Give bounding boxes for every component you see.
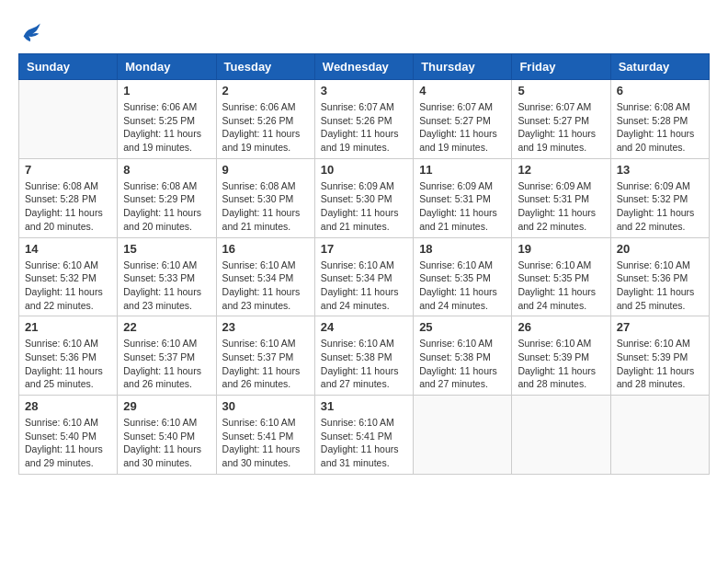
day-info: Sunrise: 6:10 AMSunset: 5:36 PMDaylight:… <box>617 259 703 313</box>
calendar-cell: 28Sunrise: 6:10 AMSunset: 5:40 PMDayligh… <box>19 396 118 475</box>
day-number: 26 <box>518 320 604 334</box>
col-header-tuesday: Tuesday <box>216 54 314 80</box>
day-number: 4 <box>419 84 506 98</box>
calendar-cell: 26Sunrise: 6:10 AMSunset: 5:39 PMDayligh… <box>512 316 610 396</box>
calendar-cell: 4Sunrise: 6:07 AMSunset: 5:27 PMDaylight… <box>414 80 512 159</box>
calendar-cell: 14Sunrise: 6:10 AMSunset: 5:32 PMDayligh… <box>19 237 118 316</box>
day-info: Sunrise: 6:09 AMSunset: 5:31 PMDaylight:… <box>419 179 506 234</box>
calendar-cell: 11Sunrise: 6:09 AMSunset: 5:31 PMDayligh… <box>414 158 512 237</box>
calendar-cell: 18Sunrise: 6:10 AMSunset: 5:35 PMDayligh… <box>414 237 512 316</box>
col-header-wednesday: Wednesday <box>314 54 413 80</box>
day-number: 7 <box>25 163 111 177</box>
day-number: 19 <box>518 242 604 256</box>
day-info: Sunrise: 6:10 AMSunset: 5:34 PMDaylight:… <box>321 259 407 313</box>
calendar-cell: 23Sunrise: 6:10 AMSunset: 5:37 PMDayligh… <box>216 316 314 396</box>
calendar-cell <box>610 396 709 475</box>
day-info: Sunrise: 6:10 AMSunset: 5:38 PMDaylight:… <box>419 337 506 391</box>
day-info: Sunrise: 6:08 AMSunset: 5:30 PMDaylight:… <box>222 179 309 234</box>
calendar-cell: 19Sunrise: 6:10 AMSunset: 5:35 PMDayligh… <box>512 237 610 316</box>
day-info: Sunrise: 6:09 AMSunset: 5:30 PMDaylight:… <box>321 179 407 234</box>
calendar-cell: 22Sunrise: 6:10 AMSunset: 5:37 PMDayligh… <box>118 316 216 396</box>
calendar-cell: 10Sunrise: 6:09 AMSunset: 5:30 PMDayligh… <box>314 158 413 237</box>
calendar-cell: 27Sunrise: 6:10 AMSunset: 5:39 PMDayligh… <box>610 316 709 396</box>
day-number: 24 <box>321 320 407 334</box>
day-info: Sunrise: 6:10 AMSunset: 5:40 PMDaylight:… <box>25 416 111 470</box>
day-number: 14 <box>25 242 111 256</box>
day-info: Sunrise: 6:08 AMSunset: 5:28 PMDaylight:… <box>617 100 703 155</box>
page-header <box>18 18 710 44</box>
day-number: 9 <box>222 163 309 177</box>
day-info: Sunrise: 6:10 AMSunset: 5:36 PMDaylight:… <box>25 337 111 391</box>
day-info: Sunrise: 6:10 AMSunset: 5:37 PMDaylight:… <box>222 337 309 391</box>
day-number: 21 <box>25 320 111 334</box>
col-header-thursday: Thursday <box>414 54 512 80</box>
calendar-cell: 12Sunrise: 6:09 AMSunset: 5:31 PMDayligh… <box>512 158 610 237</box>
day-number: 20 <box>617 242 703 256</box>
day-info: Sunrise: 6:06 AMSunset: 5:26 PMDaylight:… <box>222 100 309 155</box>
calendar-cell: 17Sunrise: 6:10 AMSunset: 5:34 PMDayligh… <box>314 237 413 316</box>
day-number: 25 <box>419 320 506 334</box>
calendar-week-row: 7Sunrise: 6:08 AMSunset: 5:28 PMDaylight… <box>19 158 710 237</box>
col-header-friday: Friday <box>512 54 610 80</box>
calendar-cell: 20Sunrise: 6:10 AMSunset: 5:36 PMDayligh… <box>610 237 709 316</box>
calendar-cell: 3Sunrise: 6:07 AMSunset: 5:26 PMDaylight… <box>314 80 413 159</box>
logo <box>18 18 48 44</box>
calendar-cell: 24Sunrise: 6:10 AMSunset: 5:38 PMDayligh… <box>314 316 413 396</box>
calendar-cell: 6Sunrise: 6:08 AMSunset: 5:28 PMDaylight… <box>610 80 709 159</box>
calendar-cell: 30Sunrise: 6:10 AMSunset: 5:41 PMDayligh… <box>216 396 314 475</box>
calendar-cell: 5Sunrise: 6:07 AMSunset: 5:27 PMDaylight… <box>512 80 610 159</box>
day-info: Sunrise: 6:10 AMSunset: 5:33 PMDaylight:… <box>123 259 210 313</box>
logo-icon <box>18 18 44 44</box>
day-number: 31 <box>321 399 407 413</box>
calendar-header-row: SundayMondayTuesdayWednesdayThursdayFrid… <box>19 54 710 80</box>
day-info: Sunrise: 6:10 AMSunset: 5:35 PMDaylight:… <box>419 259 506 313</box>
calendar-cell: 15Sunrise: 6:10 AMSunset: 5:33 PMDayligh… <box>118 237 216 316</box>
day-info: Sunrise: 6:10 AMSunset: 5:39 PMDaylight:… <box>518 337 604 391</box>
calendar-week-row: 14Sunrise: 6:10 AMSunset: 5:32 PMDayligh… <box>19 237 710 316</box>
day-number: 15 <box>123 242 210 256</box>
day-info: Sunrise: 6:10 AMSunset: 5:41 PMDaylight:… <box>222 416 309 470</box>
day-info: Sunrise: 6:08 AMSunset: 5:28 PMDaylight:… <box>25 179 111 234</box>
calendar-cell: 29Sunrise: 6:10 AMSunset: 5:40 PMDayligh… <box>118 396 216 475</box>
calendar-cell: 8Sunrise: 6:08 AMSunset: 5:29 PMDaylight… <box>118 158 216 237</box>
day-info: Sunrise: 6:10 AMSunset: 5:40 PMDaylight:… <box>123 416 210 470</box>
day-number: 16 <box>222 242 309 256</box>
calendar-cell: 2Sunrise: 6:06 AMSunset: 5:26 PMDaylight… <box>216 80 314 159</box>
col-header-sunday: Sunday <box>19 54 118 80</box>
calendar-cell: 31Sunrise: 6:10 AMSunset: 5:41 PMDayligh… <box>314 396 413 475</box>
day-number: 22 <box>123 320 210 334</box>
calendar-table: SundayMondayTuesdayWednesdayThursdayFrid… <box>18 53 710 475</box>
calendar-cell: 9Sunrise: 6:08 AMSunset: 5:30 PMDaylight… <box>216 158 314 237</box>
day-number: 13 <box>617 163 703 177</box>
day-info: Sunrise: 6:06 AMSunset: 5:25 PMDaylight:… <box>123 100 210 155</box>
calendar-cell <box>19 80 118 159</box>
day-number: 6 <box>617 84 703 98</box>
day-info: Sunrise: 6:10 AMSunset: 5:39 PMDaylight:… <box>617 337 703 391</box>
day-info: Sunrise: 6:07 AMSunset: 5:27 PMDaylight:… <box>518 100 604 155</box>
calendar-cell <box>512 396 610 475</box>
day-info: Sunrise: 6:09 AMSunset: 5:32 PMDaylight:… <box>617 179 703 234</box>
day-number: 27 <box>617 320 703 334</box>
day-info: Sunrise: 6:10 AMSunset: 5:32 PMDaylight:… <box>25 259 111 313</box>
day-info: Sunrise: 6:10 AMSunset: 5:37 PMDaylight:… <box>123 337 210 391</box>
day-number: 17 <box>321 242 407 256</box>
day-number: 2 <box>222 84 309 98</box>
day-number: 10 <box>321 163 407 177</box>
calendar-cell: 16Sunrise: 6:10 AMSunset: 5:34 PMDayligh… <box>216 237 314 316</box>
calendar-cell: 7Sunrise: 6:08 AMSunset: 5:28 PMDaylight… <box>19 158 118 237</box>
day-number: 12 <box>518 163 604 177</box>
calendar-cell: 21Sunrise: 6:10 AMSunset: 5:36 PMDayligh… <box>19 316 118 396</box>
day-info: Sunrise: 6:09 AMSunset: 5:31 PMDaylight:… <box>518 179 604 234</box>
day-info: Sunrise: 6:10 AMSunset: 5:41 PMDaylight:… <box>321 416 407 470</box>
day-number: 23 <box>222 320 309 334</box>
day-number: 3 <box>321 84 407 98</box>
calendar-week-row: 28Sunrise: 6:10 AMSunset: 5:40 PMDayligh… <box>19 396 710 475</box>
day-info: Sunrise: 6:10 AMSunset: 5:38 PMDaylight:… <box>321 337 407 391</box>
day-info: Sunrise: 6:07 AMSunset: 5:27 PMDaylight:… <box>419 100 506 155</box>
calendar-cell <box>414 396 512 475</box>
calendar-cell: 25Sunrise: 6:10 AMSunset: 5:38 PMDayligh… <box>414 316 512 396</box>
day-number: 29 <box>123 399 210 413</box>
day-info: Sunrise: 6:10 AMSunset: 5:34 PMDaylight:… <box>222 259 309 313</box>
col-header-monday: Monday <box>118 54 216 80</box>
calendar-week-row: 1Sunrise: 6:06 AMSunset: 5:25 PMDaylight… <box>19 80 710 159</box>
